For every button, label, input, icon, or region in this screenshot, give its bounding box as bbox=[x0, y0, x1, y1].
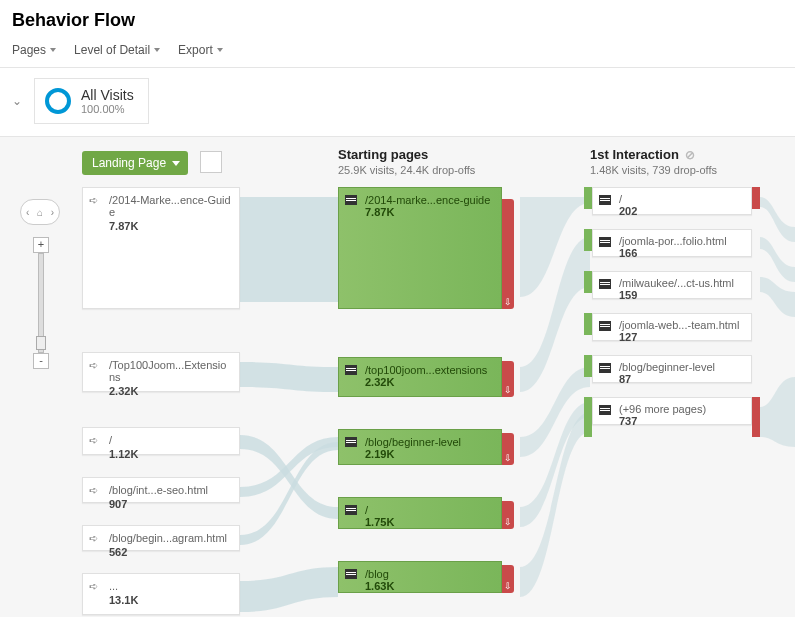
landing-node[interactable]: ➪/Top100Joom...Extensions2.32K bbox=[82, 352, 240, 392]
caret-down-icon bbox=[50, 48, 56, 52]
landing-node[interactable]: ➪/1.12K bbox=[82, 427, 240, 455]
node-strip bbox=[584, 271, 592, 293]
page-icon bbox=[345, 437, 357, 447]
node-strip bbox=[584, 355, 592, 377]
node-strip bbox=[584, 313, 592, 335]
entry-arrow-icon: ➪ bbox=[89, 580, 98, 593]
node-strip bbox=[584, 187, 592, 209]
dropoff-bar bbox=[502, 433, 514, 465]
zoom-in-button[interactable]: + bbox=[33, 237, 49, 253]
nav-home-control[interactable]: ‹⌂› bbox=[20, 199, 60, 225]
column-header-first-interaction: 1st Interaction⊘ 1.48K visits, 739 drop-… bbox=[590, 147, 717, 176]
landing-node[interactable]: ➪/blog/int...e-seo.html907 bbox=[82, 477, 240, 503]
starting-node[interactable]: /2014-marke...ence-guide7.87K bbox=[338, 187, 502, 309]
interaction-node[interactable]: /joomla-web...-team.html127 bbox=[592, 313, 752, 341]
interaction-node[interactable]: /milwaukee/...ct-us.html159 bbox=[592, 271, 752, 299]
page-icon bbox=[599, 363, 611, 373]
level-of-detail-menu[interactable]: Level of Detail bbox=[74, 43, 160, 57]
entry-arrow-icon: ➪ bbox=[89, 194, 98, 207]
node-strip bbox=[584, 229, 592, 251]
landing-node[interactable]: ➪...13.1K bbox=[82, 573, 240, 615]
dimension-select[interactable]: Landing Page bbox=[82, 151, 188, 175]
segment-chip[interactable]: All Visits 100.00% bbox=[34, 78, 149, 124]
entry-arrow-icon: ➪ bbox=[89, 484, 98, 497]
dropoff-bar bbox=[502, 565, 514, 593]
zoom-thumb[interactable] bbox=[36, 336, 46, 350]
dropoff-bar bbox=[502, 501, 514, 529]
pages-menu[interactable]: Pages bbox=[12, 43, 56, 57]
toolbar: Pages Level of Detail Export bbox=[0, 37, 795, 68]
page-icon bbox=[345, 569, 357, 579]
entry-arrow-icon: ➪ bbox=[89, 359, 98, 372]
page-icon bbox=[599, 321, 611, 331]
node-strip bbox=[584, 397, 592, 437]
remove-column-icon[interactable]: ⊘ bbox=[685, 148, 695, 162]
segment-name: All Visits bbox=[81, 87, 134, 103]
page-icon bbox=[345, 195, 357, 205]
page-header: Behavior Flow bbox=[0, 0, 795, 37]
page-icon bbox=[599, 405, 611, 415]
home-icon: ⌂ bbox=[37, 207, 43, 218]
page-icon bbox=[599, 237, 611, 247]
segment-percent: 100.00% bbox=[81, 103, 134, 115]
starting-node[interactable]: /blog1.63K bbox=[338, 561, 502, 593]
entry-arrow-icon: ➪ bbox=[89, 434, 98, 447]
starting-node[interactable]: /top100joom...extensions2.32K bbox=[338, 357, 502, 397]
interaction-node[interactable]: /202 bbox=[592, 187, 752, 215]
chevron-down-icon[interactable]: ⌄ bbox=[12, 94, 22, 108]
page-icon bbox=[345, 365, 357, 375]
flow-canvas[interactable]: Landing Page Starting pages 25.9K visits… bbox=[0, 137, 795, 617]
dropoff-bar bbox=[502, 199, 514, 309]
export-menu[interactable]: Export bbox=[178, 43, 223, 57]
zoom-slider[interactable] bbox=[38, 253, 44, 353]
segment-row: ⌄ All Visits 100.00% bbox=[0, 68, 795, 137]
landing-node[interactable]: ➪/2014-Marke...ence-Guide7.87K bbox=[82, 187, 240, 309]
interaction-node-more[interactable]: (+96 more pages)737 bbox=[592, 397, 752, 425]
chevron-right-icon: › bbox=[51, 207, 54, 218]
zoom-control: + - bbox=[33, 237, 49, 369]
page-icon bbox=[599, 279, 611, 289]
interaction-node[interactable]: /joomla-por...folio.html166 bbox=[592, 229, 752, 257]
page-icon bbox=[345, 505, 357, 515]
dimension-config-button[interactable] bbox=[200, 151, 222, 173]
page-title: Behavior Flow bbox=[12, 10, 783, 31]
dropoff-bar bbox=[502, 361, 514, 397]
caret-down-icon bbox=[217, 48, 223, 52]
starting-node[interactable]: /1.75K bbox=[338, 497, 502, 529]
dropoff-strip bbox=[752, 187, 760, 209]
chevron-left-icon: ‹ bbox=[26, 207, 29, 218]
segment-circle-icon bbox=[45, 88, 71, 114]
entry-arrow-icon: ➪ bbox=[89, 532, 98, 545]
page-icon bbox=[599, 195, 611, 205]
column-header-starting: Starting pages 25.9K visits, 24.4K drop-… bbox=[338, 147, 475, 176]
interaction-node[interactable]: /blog/beginner-level87 bbox=[592, 355, 752, 383]
caret-down-icon bbox=[154, 48, 160, 52]
starting-node[interactable]: /blog/beginner-level2.19K bbox=[338, 429, 502, 465]
zoom-out-button[interactable]: - bbox=[33, 353, 49, 369]
landing-node[interactable]: ➪/blog/begin...agram.html562 bbox=[82, 525, 240, 551]
dropoff-strip bbox=[752, 397, 760, 437]
